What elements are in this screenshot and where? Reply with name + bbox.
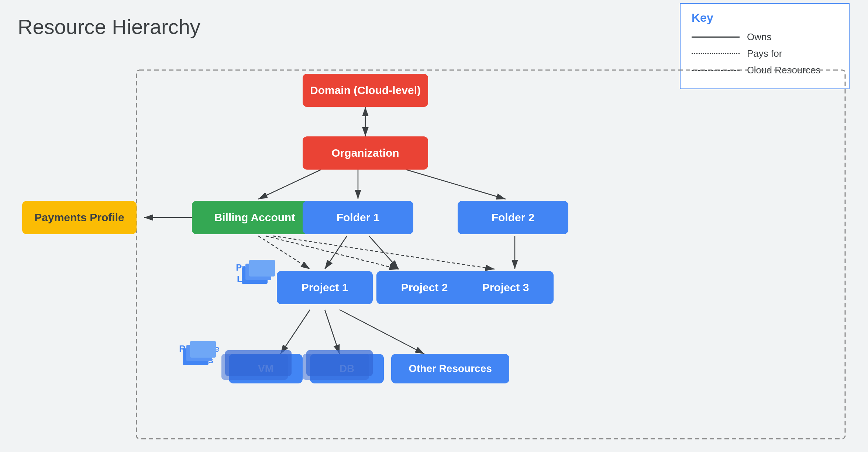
vm-stack-icon: [221, 347, 303, 383]
svg-line-13: [369, 236, 399, 269]
svg-rect-27: [306, 350, 373, 376]
folder1-node: Folder 1: [303, 201, 413, 234]
svg-line-11: [273, 236, 495, 269]
key-label-pays: Pays for: [747, 48, 782, 59]
svg-rect-20: [249, 260, 275, 277]
project1-node: Project 1: [277, 271, 373, 304]
billing-account-node: Billing Account: [192, 201, 317, 234]
key-label-cloud: Cloud Resources: [747, 65, 820, 76]
project3-node: Project 3: [458, 271, 554, 304]
resource-labels-icon: [181, 339, 218, 369]
domain-node: Domain (Cloud-level): [303, 74, 428, 107]
page-title: Resource Hierarchy: [18, 15, 200, 39]
svg-line-7: [406, 170, 506, 199]
payments-profile-node: Payments Profile: [22, 201, 137, 234]
folder2-node: Folder 2: [458, 201, 568, 234]
key-item-cloud: Cloud Resources: [692, 65, 838, 76]
key-box: Key Owns Pays for Cloud Resources: [680, 3, 850, 89]
svg-line-5: [258, 170, 321, 199]
svg-line-10: [266, 236, 399, 269]
other-resources-node: Other Resources: [391, 354, 509, 383]
key-title: Key: [692, 11, 838, 25]
key-line-dashed: [692, 70, 740, 71]
key-label-owns: Owns: [747, 31, 771, 43]
svg-rect-3: [137, 70, 845, 439]
organization-node: Organization: [303, 136, 428, 170]
key-line-solid: [692, 36, 740, 38]
key-item-owns: Owns: [692, 31, 838, 43]
project-labels-icon: [240, 258, 277, 288]
svg-rect-25: [225, 350, 292, 376]
db-stack-icon: [303, 347, 384, 383]
svg-line-12: [325, 236, 347, 269]
key-item-pays: Pays for: [692, 48, 838, 59]
key-line-dotted: [692, 53, 740, 54]
svg-rect-23: [190, 341, 216, 358]
